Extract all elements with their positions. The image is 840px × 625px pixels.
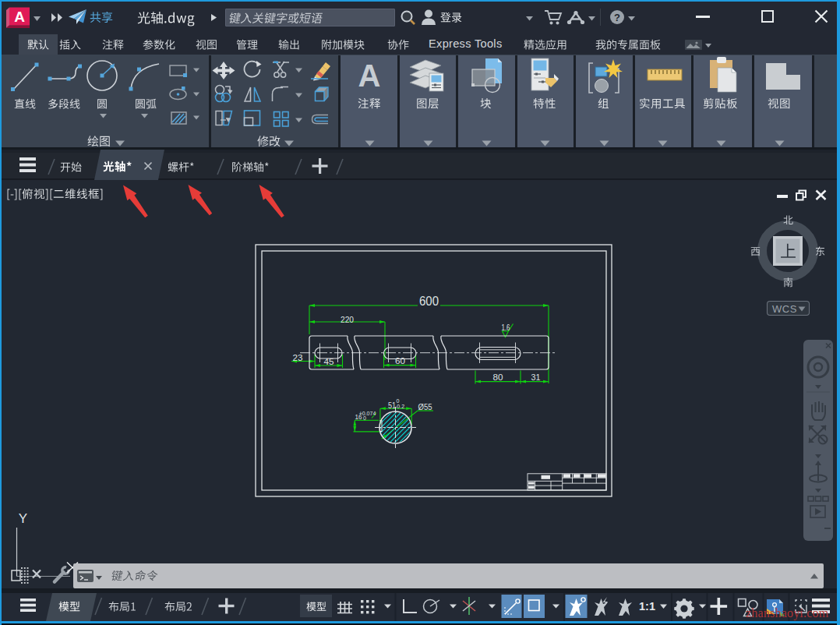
svg-text:+0.074: +0.074	[359, 411, 376, 416]
svg-text:60: 60	[395, 356, 405, 365]
svg-text:23: 23	[293, 353, 303, 362]
svg-text:A: A	[14, 9, 25, 25]
svg-text:220: 220	[341, 315, 354, 324]
svg-text:31: 31	[531, 373, 541, 382]
svg-text:45: 45	[324, 357, 334, 366]
svg-text:80: 80	[493, 373, 503, 382]
svg-text:0: 0	[397, 398, 400, 404]
svg-text:-0.2: -0.2	[395, 404, 404, 409]
svg-text:Y: Y	[19, 511, 27, 526]
svg-text:0: 0	[363, 415, 366, 421]
svg-text:?: ?	[614, 12, 620, 23]
svg-text:1.6: 1.6	[502, 323, 510, 332]
svg-text:600: 600	[419, 295, 439, 308]
svg-text:Ø55: Ø55	[418, 402, 432, 411]
